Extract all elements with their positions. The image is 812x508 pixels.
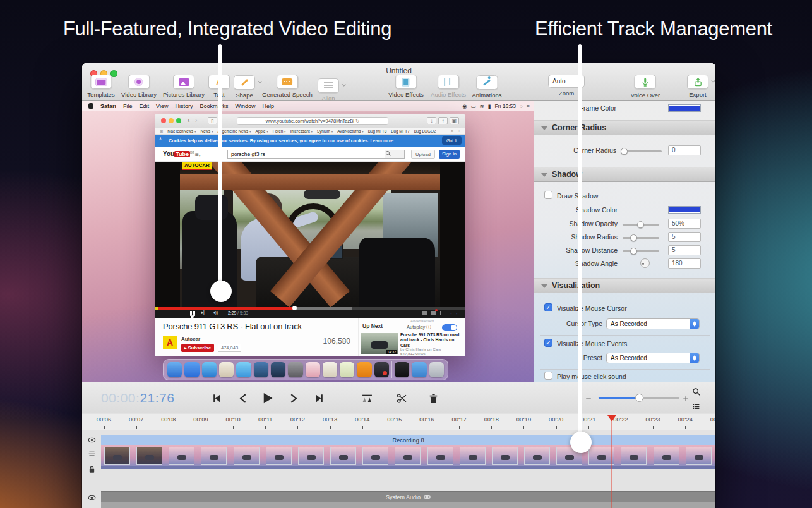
- volume-icon[interactable]: ◂)): [213, 310, 218, 315]
- learn-more-link[interactable]: Learn more: [371, 138, 394, 143]
- corner-radius-slider[interactable]: [623, 150, 662, 152]
- toolbar-button-shape[interactable]: Shape: [234, 75, 255, 99]
- preview-icon[interactable]: [219, 362, 234, 377]
- shadow-opacity-slider-knob[interactable]: [637, 221, 644, 228]
- audio-track-visibility-icon[interactable]: [88, 493, 96, 502]
- bookmark-item[interactable]: Bug MFT8: [368, 129, 386, 133]
- bookmark-item[interactable]: AvisNocturna ▾: [337, 129, 364, 133]
- video-player[interactable]: AUTOCAR: [155, 162, 465, 307]
- track-options-icon[interactable]: [88, 450, 96, 458]
- shadow-opacity-field[interactable]: 50%: [668, 219, 701, 229]
- cursor-type-select[interactable]: As Recorded: [606, 318, 700, 329]
- bookmark-item[interactable]: News ▾: [201, 129, 213, 133]
- ibooks-icon[interactable]: [357, 362, 371, 377]
- corner-radius-field[interactable]: 0: [668, 145, 701, 155]
- timeline-ruler[interactable]: 00:0600:0700:0800:0900:1000:1100:1200:13…: [82, 414, 715, 430]
- shadow-angle-dial[interactable]: [640, 258, 650, 268]
- fullscreen-icon[interactable]: ⌐¬: [451, 310, 458, 316]
- upload-button[interactable]: Upload: [411, 150, 435, 159]
- corner-radius-slider-knob[interactable]: [621, 148, 628, 155]
- marker-list-button[interactable]: [692, 402, 700, 411]
- camera-icon[interactable]: [395, 362, 409, 377]
- visualize-mouse-cursor-checkbox[interactable]: ✓: [544, 303, 552, 311]
- shadow-color-well[interactable]: [668, 206, 701, 214]
- bookmark-item[interactable]: Bug MFT7: [391, 129, 409, 133]
- finder-icon[interactable]: [167, 362, 182, 377]
- app-store-icon[interactable]: [184, 362, 199, 377]
- stickies-icon[interactable]: [340, 362, 354, 377]
- add-marker-button[interactable]: [362, 393, 373, 404]
- editing-canvas[interactable]: Safari FileEditViewHistoryBookmarksWindo…: [82, 101, 534, 382]
- draw-shadow-checkbox[interactable]: [544, 191, 552, 199]
- new-tab-icon[interactable]: +: [458, 129, 460, 133]
- bookmark-item[interactable]: Bug LOGO2: [414, 129, 436, 133]
- audio-clip[interactable]: System Audio: [101, 491, 715, 502]
- bookmarks-overflow-icon[interactable]: »: [451, 129, 454, 133]
- shadow-angle-field[interactable]: 180: [668, 258, 701, 269]
- up-next-thumbnail[interactable]: 14:32: [361, 333, 398, 354]
- downloads-folder-icon[interactable]: [412, 362, 426, 377]
- visualization-section-header[interactable]: Visualization: [534, 278, 715, 293]
- theater-mode-icon[interactable]: [440, 311, 446, 315]
- shadow-distance-slider-knob[interactable]: [630, 248, 637, 255]
- youtube-search-input[interactable]: porsche gt3 rs: [227, 150, 385, 159]
- delete-button[interactable]: [428, 393, 439, 404]
- screen-recorder-icon[interactable]: [374, 362, 389, 377]
- bookmark-item[interactable]: MacTechNews ▾: [167, 129, 196, 133]
- trash-icon[interactable]: [429, 362, 444, 377]
- frame-color-well[interactable]: [668, 104, 701, 112]
- shadow-section-header[interactable]: Shadow: [534, 167, 715, 182]
- video-clip-filmstrip[interactable]: [101, 445, 715, 466]
- shadow-distance-slider[interactable]: [623, 250, 659, 252]
- next-frame-button[interactable]: [288, 393, 299, 404]
- bookmark-item[interactable]: Foren ▾: [273, 129, 286, 133]
- shadow-radius-slider[interactable]: [623, 237, 659, 239]
- server-icon[interactable]: [271, 362, 285, 377]
- toolbar-button-generated-speech[interactable]: Generated Speech: [262, 75, 313, 98]
- play-mouse-click-sound-checkbox[interactable]: [544, 372, 552, 380]
- visualize-mouse-events-checkbox[interactable]: ✓: [544, 339, 552, 347]
- previous-frame-button[interactable]: [238, 393, 249, 404]
- video-clip-header[interactable]: Recording 8: [101, 435, 715, 445]
- toolbar-button-video-library[interactable]: Video Library: [121, 75, 157, 98]
- toolbar-button-export[interactable]: Export: [687, 75, 708, 98]
- next-video-icon[interactable]: ▸▏: [201, 310, 207, 315]
- shadow-distance-field[interactable]: 5: [668, 245, 701, 255]
- bookmark-item[interactable]: Synium ▾: [317, 129, 333, 133]
- zoom-out-button[interactable]: [585, 395, 592, 402]
- track-visibility-icon[interactable]: [88, 436, 96, 444]
- toolbar-button-templates[interactable]: Templates: [87, 75, 114, 98]
- sign-in-button[interactable]: Sign in: [439, 150, 460, 159]
- channel-name[interactable]: Autocar: [181, 336, 200, 342]
- toolbar-button-animations[interactable]: Animations: [472, 75, 502, 99]
- seek-bar[interactable]: [155, 307, 465, 310]
- toolbar-button-voice-over[interactable]: Voice Over: [631, 75, 660, 99]
- shadow-radius-field[interactable]: 5: [668, 232, 701, 242]
- play-button[interactable]: [261, 392, 274, 404]
- up-next-title[interactable]: Porsche 991 GT3 RS on road and track - C…: [400, 332, 463, 348]
- zoom-in-button[interactable]: [682, 395, 690, 402]
- jump-to-start-button[interactable]: [212, 393, 222, 404]
- timeline-zoom-slider[interactable]: [599, 397, 679, 399]
- xcode-icon[interactable]: [254, 362, 268, 377]
- textedit-icon[interactable]: [323, 362, 337, 377]
- system-preferences-icon[interactable]: [288, 362, 302, 377]
- bookmark-item[interactable]: Interessant ▾: [290, 129, 313, 133]
- photos-icon[interactable]: [306, 362, 320, 377]
- bookmark-item[interactable]: Apple ▾: [255, 129, 268, 133]
- split-clip-button[interactable]: [397, 393, 407, 404]
- corner-radius-section-header[interactable]: Corner Radius: [534, 120, 715, 135]
- track-lock-icon[interactable]: [88, 465, 96, 473]
- timeline-zoom-knob[interactable]: [635, 394, 643, 402]
- autoplay-toggle[interactable]: [442, 324, 457, 331]
- got-it-button[interactable]: Got It: [442, 136, 462, 145]
- jump-to-end-button[interactable]: [314, 393, 325, 404]
- seek-handle[interactable]: [292, 306, 297, 310]
- youtube-search-button[interactable]: [385, 150, 405, 159]
- preset-select[interactable]: As Recorded: [606, 353, 700, 363]
- timeline-search-button[interactable]: [692, 387, 700, 396]
- toolbar-button-pictures-library[interactable]: Pictures Library: [163, 75, 205, 98]
- shadow-radius-slider-knob[interactable]: [630, 234, 637, 241]
- subscribe-button[interactable]: ▸ Subscribe: [181, 344, 214, 352]
- messages-icon[interactable]: [236, 362, 251, 377]
